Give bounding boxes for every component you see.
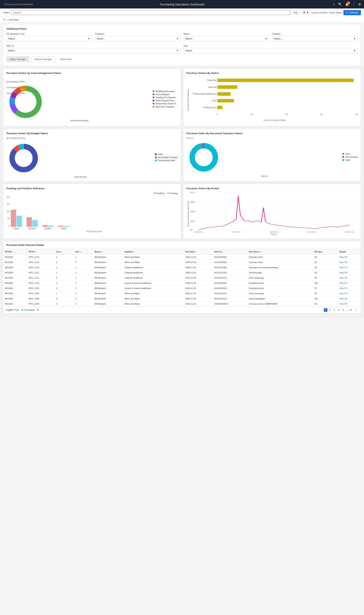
- add-filter-link[interactable]: + Add filter: [7, 18, 19, 21]
- page-1-button[interactable]: 1: [324, 308, 327, 312]
- table-scroll-wrapper[interactable]: PO BU △ PO ID △ Line △ Sch. △ Buyer △ Su…: [3, 249, 361, 307]
- pending-deliveries-title: Pending and PastDue Deliveries: [6, 187, 178, 190]
- export-formatted-link[interactable]: Formatted: [24, 309, 35, 311]
- calendar-button[interactable]: 📅 ▼: [301, 11, 310, 15]
- gear-icon[interactable]: ⚙: [3, 18, 6, 21]
- page-2-button[interactable]: 2: [328, 308, 332, 312]
- refresh-button[interactable]: ↻ Refresh: [343, 10, 361, 15]
- view-po-link[interactable]: View PO: [339, 271, 348, 274]
- show-dates-button[interactable]: Show dates: [329, 11, 342, 14]
- cell-item-id: HC42203401: [213, 254, 247, 260]
- page-next-button[interactable]: >: [354, 308, 358, 312]
- apply-changes-button[interactable]: Apply changes: [6, 56, 29, 62]
- cell-supplier: Ofens and Major: [123, 296, 184, 301]
- table-row: WCGEN KPO_1113 1 1 Bill Murkami Carbinal…: [3, 265, 361, 270]
- view-po-link[interactable]: View PO: [339, 266, 348, 269]
- page-5-button[interactable]: 5: [341, 308, 345, 312]
- item-select[interactable]: Select... ▼: [183, 48, 358, 53]
- search-input[interactable]: [11, 10, 290, 15]
- ship-to-label: Ship To: [6, 44, 181, 47]
- sort-icon[interactable]: △: [195, 251, 196, 253]
- additional-filters-title: Additional Filters: [6, 27, 358, 30]
- cell-item-descr: Coronary stent: [247, 260, 313, 265]
- view-po-link[interactable]: View PO: [339, 297, 348, 300]
- buyer-select[interactable]: Select... ▼: [183, 36, 269, 41]
- sort-icon[interactable]: △: [80, 251, 82, 253]
- cancel-changes-button[interactable]: Cancel changes: [31, 56, 55, 62]
- po-business-unit-select[interactable]: Select... ▼: [6, 36, 92, 41]
- page-3-button[interactable]: 3: [333, 308, 336, 312]
- po-acknowledgement-content: cknowledged (5.63%) l PO Dispatch (5.63%…: [6, 77, 178, 122]
- cell-supplier: Carbinal Healthcare: [123, 270, 184, 275]
- sort-icon[interactable]: △: [222, 251, 223, 253]
- notification-icon[interactable]: 🔔 5: [345, 2, 349, 6]
- notification-badge: 5: [347, 1, 350, 4]
- back-button[interactable]: ‹ Procurement Dashboards: [3, 3, 33, 6]
- view-po-link[interactable]: View PO: [339, 261, 348, 263]
- po-status-y-label: Purchase Order Statuses: [186, 77, 190, 123]
- category-select[interactable]: Select... ▼: [95, 36, 181, 41]
- home-icon[interactable]: ⌂: [333, 2, 335, 6]
- filters-grid-row2: Ship To Select... ▼ Item Select... ▼: [6, 44, 358, 53]
- po-status-chart: Purchase Orders By Status Purchase Order…: [183, 68, 361, 126]
- sort-icon[interactable]: △: [261, 251, 262, 253]
- cell-item-id: HC42203401: [213, 260, 247, 265]
- cell-supplier: Ofens and Major: [123, 291, 184, 296]
- sort-icon[interactable]: △: [322, 251, 324, 253]
- cell-po-bu: WCGEN: [3, 296, 27, 301]
- cell-po-bu: WCGEN: [3, 291, 27, 296]
- cell-po-id: KPO_1114: [27, 254, 54, 260]
- supplier-select[interactable]: Select... ▼: [272, 36, 358, 41]
- cell-item-id: HC42203412: [213, 286, 247, 291]
- table-row: WCGEN KPO_1114 1 1 Bill Murkami Ofens an…: [3, 254, 361, 260]
- charts-row-1: Purchase Orders by Acknowledgement Statu…: [3, 68, 361, 126]
- cell-details: View PO: [338, 275, 361, 281]
- cell-po-id: KPO_1113: [27, 265, 54, 270]
- filter-actions: Apply changes Cancel changes Clear form: [6, 56, 358, 62]
- sort-icon[interactable]: △: [61, 251, 62, 253]
- clear-form-button[interactable]: Clear form: [57, 56, 75, 62]
- svg-text:0: 0: [190, 229, 192, 231]
- pagination: 1 2 3 4 5 ... 12 >: [324, 308, 358, 312]
- col-details: Details: [338, 249, 361, 254]
- ship-to-select[interactable]: Select... ▼: [6, 48, 181, 53]
- cell-item-descr: Peripheral stent: [247, 281, 313, 286]
- chevron-down-icon: ▼: [354, 37, 356, 40]
- page-4-button[interactable]: 4: [337, 308, 340, 312]
- svg-text:30: 30: [190, 201, 195, 203]
- view-po-link[interactable]: View PO: [339, 282, 348, 284]
- category-label: Category: [95, 33, 181, 35]
- budget-label-left: get Checked (12.61%): [6, 137, 155, 139]
- view-po-link[interactable]: View PO: [339, 277, 348, 279]
- page-12-button[interactable]: 12: [348, 308, 353, 312]
- bar-groups: [11, 196, 178, 227]
- sort-icon[interactable]: △: [101, 251, 103, 253]
- export-raw-link[interactable]: Raw: [14, 309, 19, 311]
- sort-icon[interactable]: △: [35, 251, 36, 253]
- export-label: Export:: [6, 309, 14, 311]
- view-po-link[interactable]: View PO: [339, 303, 348, 305]
- cell-supplier: Ofens and Major: [123, 260, 184, 265]
- view-po-link[interactable]: View PO: [339, 256, 348, 258]
- settings-icon[interactable]: ⚙: [358, 2, 361, 6]
- sort-icon[interactable]: △: [12, 251, 13, 253]
- cell-due-date: 2020-11-01: [184, 260, 213, 265]
- cell-sch: 1: [74, 286, 93, 291]
- cell-due-date: 2020-11-01: [184, 270, 213, 275]
- cell-po-bu: WCGEN: [3, 265, 27, 270]
- search-icon[interactable]: 🔍: [338, 2, 342, 6]
- sort-icon[interactable]: △: [133, 251, 135, 253]
- table-row: WCGEN KPO_1112 1 1 Bill Murkami Carbinal…: [3, 270, 361, 275]
- nav-icons: ⌂ 🔍 🔔 5 ⋮ ⚙: [333, 2, 361, 6]
- view-po-link[interactable]: View PO: [339, 292, 348, 294]
- cell-buyer: Bill Murkami: [93, 291, 123, 296]
- col-item-id: Item Id △: [213, 249, 247, 254]
- view-po-link[interactable]: View PO: [339, 287, 348, 289]
- cell-due-date: 2020-11-01: [184, 296, 213, 301]
- po-period-title: Purchase Orders By Period: [186, 187, 358, 190]
- cell-due-date: 2020-11-01: [184, 301, 213, 307]
- more-icon[interactable]: ⋮: [352, 2, 355, 6]
- kql-button[interactable]: KQL: [292, 11, 300, 15]
- bar-pending-approval: Pending Approval|Approved: [192, 92, 358, 96]
- po-acknowledgement-legend: Awaiting Acknowled... Acknowledged Await…: [153, 90, 178, 109]
